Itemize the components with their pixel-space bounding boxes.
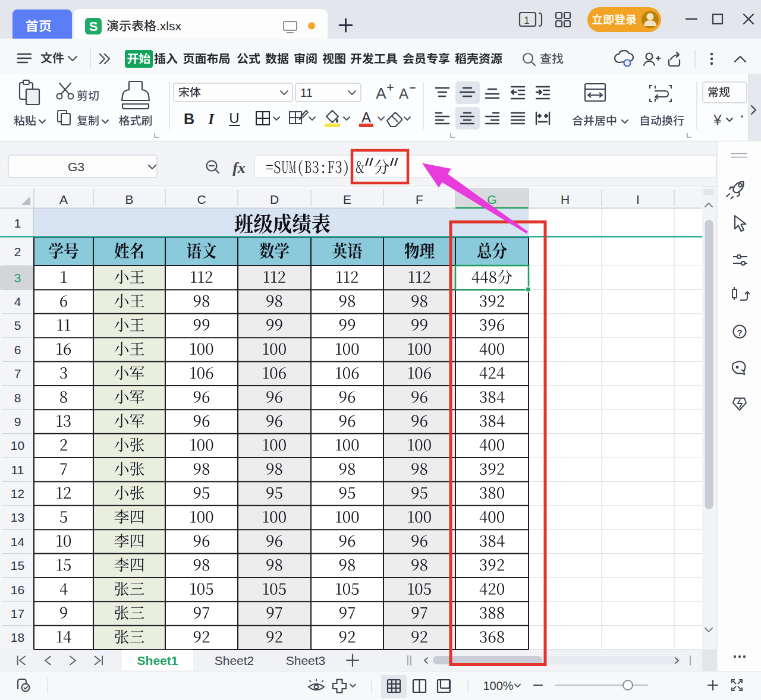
svg-text:Sheet1: Sheet1 [137,654,178,667]
svg-text:A: A [361,109,371,125]
svg-text:A: A [376,84,386,102]
svg-text:I: I [636,193,640,206]
svg-text:F: F [416,193,423,206]
svg-text:U: U [229,110,239,126]
svg-text:6: 6 [14,343,21,357]
svg-text:A: A [399,86,408,102]
svg-text:15: 15 [11,559,24,572]
svg-text:¥: ¥ [713,112,722,128]
svg-text:4: 4 [14,295,21,308]
svg-text:A: A [59,193,68,206]
svg-text:?: ? [737,327,742,338]
svg-text:2: 2 [14,245,21,258]
svg-text:Sheet3: Sheet3 [286,654,326,667]
svg-text:E: E [343,193,351,206]
svg-text:B: B [125,193,133,206]
svg-text:11: 11 [11,463,24,477]
svg-text:100%: 100% [483,679,513,692]
svg-text:12: 12 [11,487,24,500]
svg-text:16: 16 [11,583,24,597]
svg-text:C: C [197,193,206,206]
svg-text:8: 8 [14,391,21,405]
svg-text:13: 13 [11,510,24,524]
svg-text:G3: G3 [68,160,84,174]
svg-text:18: 18 [11,630,24,644]
svg-text:14: 14 [11,535,25,548]
svg-text:Sheet2: Sheet2 [215,654,254,667]
svg-text:5: 5 [14,319,21,332]
svg-text:1: 1 [14,216,21,230]
svg-text:7: 7 [14,367,21,380]
svg-text:H: H [561,193,570,206]
svg-text:D: D [270,193,279,206]
svg-text:S: S [89,19,98,34]
svg-text:fx: fx [232,159,246,176]
svg-text:17: 17 [11,607,24,620]
svg-text:.xlsx: .xlsx [156,19,182,33]
svg-text:I: I [207,111,215,127]
svg-text:9: 9 [14,415,21,428]
svg-text:10: 10 [11,439,24,452]
svg-text:11: 11 [300,86,313,99]
svg-text:3: 3 [14,271,21,285]
svg-text:1: 1 [524,15,529,26]
svg-text:B: B [184,111,194,127]
